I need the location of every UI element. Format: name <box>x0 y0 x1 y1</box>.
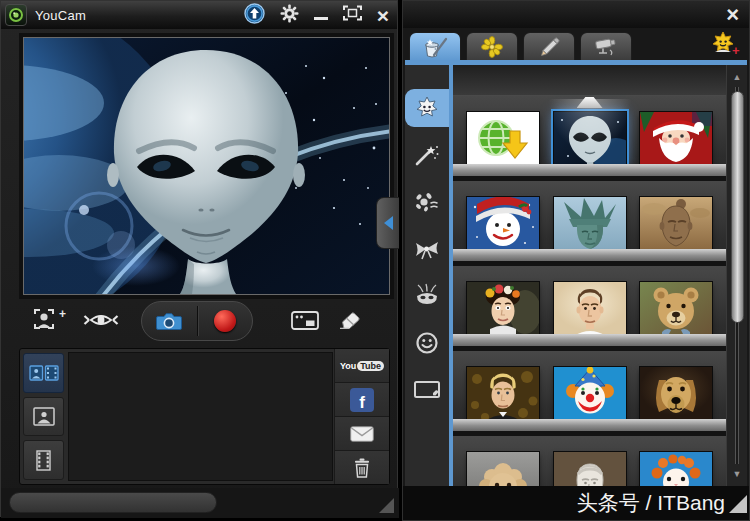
effect-thumb-download-more[interactable] <box>467 112 539 166</box>
scroll-down-button[interactable]: ▼ <box>727 469 747 479</box>
settings-gear-button[interactable] <box>280 4 299 27</box>
close-button[interactable]: × <box>377 5 389 26</box>
upload-share-button[interactable] <box>244 3 265 28</box>
shelf-row-1 <box>453 96 726 181</box>
category-sidebar <box>405 65 449 486</box>
create-avatar-button[interactable]: + <box>711 31 743 61</box>
effects-close-button[interactable]: × <box>726 4 739 26</box>
svg-text:+: + <box>732 43 740 57</box>
category-mask[interactable] <box>405 277 449 315</box>
effects-content: ▲ ▼ <box>405 65 747 486</box>
eraser-button[interactable] <box>337 311 362 329</box>
tab-draw[interactable] <box>523 32 575 61</box>
shelf-row-2 <box>453 181 726 266</box>
share-facebook-button[interactable]: f <box>335 383 389 417</box>
shelf-ledge <box>453 164 726 176</box>
youcam-app: YouCam <box>0 0 750 521</box>
effect-thumb-golden-retriever[interactable] <box>640 367 712 421</box>
presentation-mode-button[interactable] <box>291 311 319 330</box>
face-login-button[interactable]: + <box>33 307 66 333</box>
capture-pill <box>141 301 253 341</box>
effect-thumb-teddy-bear[interactable] <box>640 282 712 336</box>
main-window: YouCam <box>0 0 398 517</box>
watermark-grip <box>729 495 747 513</box>
effects-scrollbar[interactable]: ▲ ▼ <box>726 65 747 486</box>
effect-thumb-blond-man[interactable] <box>467 367 539 421</box>
video-preview <box>23 37 390 295</box>
scrollbar-thumb[interactable] <box>731 91 744 323</box>
effect-thumb-orange-hair-doll[interactable] <box>640 452 712 486</box>
share-column: You Tube f <box>334 349 389 484</box>
tab-surveillance[interactable] <box>580 32 632 61</box>
effects-shelf-area <box>453 65 726 486</box>
effect-thumb-clown[interactable] <box>554 367 626 421</box>
effect-thumb-statue-of-liberty[interactable] <box>554 197 626 251</box>
effect-thumb-santa-claus[interactable] <box>640 112 712 166</box>
record-dot-icon <box>214 310 236 332</box>
filter-photos-button[interactable] <box>23 397 64 437</box>
category-avatar[interactable] <box>405 89 449 127</box>
effects-titlebar: × <box>403 1 749 28</box>
youtube-logo-you: You <box>340 361 356 371</box>
resize-grip[interactable] <box>379 498 394 513</box>
category-emotion[interactable] <box>405 324 449 362</box>
tab-gadgets[interactable] <box>466 32 518 61</box>
media-thumbnails-area[interactable] <box>68 352 333 481</box>
shelf-row-5 <box>453 436 726 486</box>
share-youtube-button[interactable]: You Tube <box>335 349 389 383</box>
fullscreen-button[interactable] <box>343 5 362 25</box>
snapshot-button[interactable] <box>142 302 197 340</box>
shelf-row-4 <box>453 351 726 436</box>
shelf-top-wall <box>453 65 726 96</box>
watermark-bar: 头条号 / ITBang <box>403 486 749 520</box>
collapse-arrow-icon <box>384 216 393 230</box>
effect-thumb-stone-statue[interactable] <box>554 452 626 486</box>
media-filter-column <box>20 349 67 484</box>
category-party[interactable] <box>405 230 449 268</box>
delete-media-button[interactable] <box>335 451 389 484</box>
status-bar <box>1 488 399 518</box>
filter-all-media-button[interactable] <box>23 353 64 393</box>
effect-thumb-snowman[interactable] <box>467 197 539 251</box>
effects-tab-row: + <box>409 32 743 61</box>
watermark-text: 头条号 / ITBang <box>577 489 725 517</box>
category-magic-wand[interactable] <box>405 136 449 174</box>
category-particle[interactable] <box>405 183 449 221</box>
filter-videos-button[interactable] <box>23 440 64 480</box>
panel-collapse-tab[interactable] <box>376 197 399 249</box>
shelf-row-3 <box>453 266 726 351</box>
effects-window: × <box>402 0 750 521</box>
effect-thumb-man-caricature[interactable] <box>554 282 626 336</box>
face-tracking-eye-button[interactable] <box>83 311 119 329</box>
youtube-logo-tube: Tube <box>357 361 384 371</box>
share-email-button[interactable] <box>335 417 389 451</box>
youcam-logo-icon <box>5 4 27 26</box>
media-scrollbar[interactable] <box>9 492 217 513</box>
minimize-button[interactable] <box>314 17 328 20</box>
shelf-ledge <box>453 249 726 261</box>
category-frame[interactable] <box>405 371 449 409</box>
face-login-plus: + <box>59 307 66 321</box>
effect-thumb-flower-lady[interactable] <box>467 282 539 336</box>
media-library-panel: You Tube f <box>19 348 390 485</box>
titlebar: YouCam <box>1 1 397 29</box>
control-bar: + <box>1 299 399 343</box>
scroll-up-button[interactable]: ▲ <box>727 72 747 82</box>
facebook-logo: f <box>350 388 374 412</box>
effect-thumb-poodle[interactable] <box>467 452 539 486</box>
shelf-ledge <box>453 419 726 431</box>
window-title: YouCam <box>35 8 86 23</box>
shelf-ledge <box>453 334 726 346</box>
tab-effects-room[interactable] <box>409 32 461 61</box>
effect-thumb-terracotta-warrior[interactable] <box>640 197 712 251</box>
record-button[interactable] <box>198 302 253 340</box>
